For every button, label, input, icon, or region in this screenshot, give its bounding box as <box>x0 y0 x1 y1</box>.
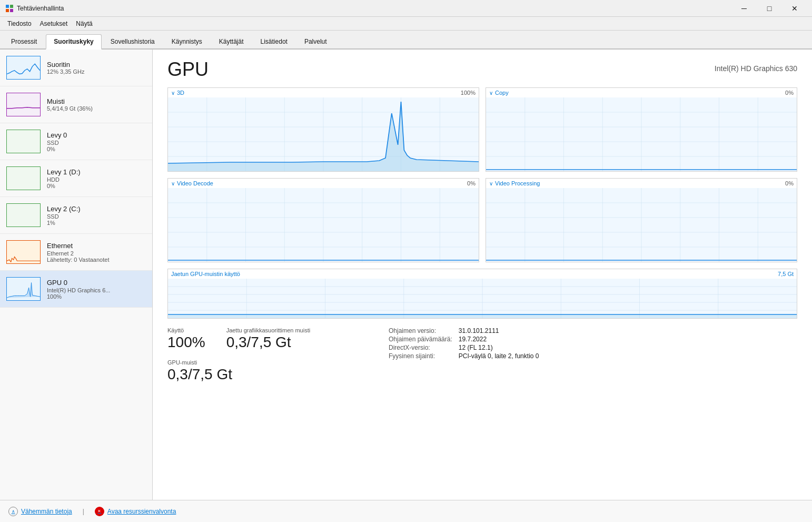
maximize-button[interactable]: □ <box>757 1 781 16</box>
svg-rect-5 <box>7 93 40 116</box>
svg-rect-9 <box>7 241 40 263</box>
stat-gpu-mem: GPU-muisti 0,3/7,5 Gt <box>167 359 368 383</box>
gpu-title: GPU <box>167 60 209 79</box>
title-bar-left: Tehtävienhallinta <box>5 4 64 13</box>
memory-chart-row: Jaetun GPU-muistin käyttö 7,5 Gt <box>167 269 797 319</box>
chart-3d-svg <box>168 97 479 171</box>
chart-3d-area <box>168 97 479 171</box>
bottom-bar: ∧ Vähemmän tietoja | ✕ Avaa resurssienva… <box>0 500 812 522</box>
chart-3d-title: 3D <box>177 90 184 96</box>
svg-rect-7 <box>7 167 40 190</box>
tab-kaynistys[interactable]: Käynnistys <box>164 34 210 48</box>
stats-info-row: Käyttö 100% Jaettu grafiikkasuorittimen … <box>167 327 797 383</box>
menu-asetukset[interactable]: Asetukset <box>36 19 72 28</box>
less-info-link[interactable]: ∧ Vähemmän tietoja <box>8 507 72 516</box>
stat-usage-value: 100% <box>167 334 205 351</box>
main-container: Suoritin 12% 3,35 GHz Muisti 5,4/14,9 Gt… <box>0 50 812 500</box>
stat-shared-mem-value: 0,3/7,5 Gt <box>226 334 311 351</box>
svg-rect-6 <box>7 130 40 153</box>
chart-vd-title: Video Decode <box>177 180 213 186</box>
info-directx-value: 12 (FL 12.1) <box>459 344 539 351</box>
chart-copy-label: ∨ Copy 0% <box>486 88 797 97</box>
sidebar-item-disk0[interactable]: Levy 0 SSD 0% <box>0 123 152 160</box>
memory-val: 5,4/14,9 Gt (36%) <box>47 105 146 112</box>
chart-3d-pct: 100% <box>461 90 476 96</box>
tab-palvelut[interactable]: Palvelut <box>296 34 335 48</box>
chart-vd-area <box>168 188 479 262</box>
disk1-info: Levy 1 (D:) HDD 0% <box>47 168 146 189</box>
disk1-sidebar-chart <box>6 166 41 190</box>
ethernet-sidebar-chart <box>6 240 41 264</box>
memory-sidebar-chart <box>6 93 41 116</box>
chevron-down-icon-3d: ∨ <box>171 90 175 96</box>
gpu0-val: 100% <box>47 293 146 300</box>
disk2-val: 1% <box>47 220 146 226</box>
chevron-up-icon: ∧ <box>8 507 18 516</box>
chart-vp-title: Video Processing <box>495 180 540 186</box>
disk1-val: 0% <box>47 183 146 189</box>
sidebar-item-ethernet[interactable]: Ethernet Ethernet 2 Lähetetty: 0 Vastaan… <box>0 234 152 271</box>
menu-tiedosto[interactable]: Tiedosto <box>3 19 36 28</box>
info-grid: Ohjaimen versio: 31.0.101.2111 Ohjaimen … <box>389 327 539 360</box>
info-driver-ver-value: 31.0.101.2111 <box>459 327 539 334</box>
info-directx-label: DirectX-versio: <box>389 344 452 351</box>
ethernet-val: Lähetetty: 0 Vastaanotet <box>47 257 146 263</box>
disk2-title: Levy 2 (C:) <box>47 205 146 213</box>
memory-info: Muisti 5,4/14,9 Gt (36%) <box>47 97 146 112</box>
content-area: GPU Intel(R) HD Graphics 630 ∨ 3D 100% <box>153 50 812 500</box>
stat-gpu-mem-value: 0,3/7,5 Gt <box>167 367 368 383</box>
stat-gpu-mem-label: GPU-muisti <box>167 359 368 366</box>
stats-left: Käyttö 100% Jaettu grafiikkasuorittimen … <box>167 327 368 383</box>
open-monitor-link[interactable]: ✕ Avaa resurssienvalvonta <box>95 507 176 516</box>
chart-vp-pct: 0% <box>785 180 794 186</box>
monitor-icon: ✕ <box>95 507 104 516</box>
memory-chart-area <box>168 279 797 318</box>
chevron-down-icon-vp: ∨ <box>489 181 493 186</box>
chart-copy-pct: 0% <box>785 90 794 96</box>
info-driver-ver-label: Ohjaimen versio: <box>389 327 452 334</box>
sidebar-item-memory[interactable]: Muisti 5,4/14,9 Gt (36%) <box>0 86 152 123</box>
svg-rect-1 <box>10 5 13 8</box>
close-button[interactable]: ✕ <box>783 1 807 16</box>
tab-sovellushistoria[interactable]: Sovellushistoria <box>103 34 163 48</box>
chart-video-decode: ∨ Video Decode 0% <box>167 178 479 262</box>
svg-rect-3 <box>10 9 13 12</box>
svg-rect-4 <box>7 56 40 79</box>
tab-lisatiedot[interactable]: Lisätiedot <box>253 34 295 48</box>
cpu-title: Suoritin <box>47 61 146 68</box>
stats-top: Käyttö 100% Jaettu grafiikkasuorittimen … <box>167 327 368 351</box>
tab-kayttajat[interactable]: Käyttäjät <box>211 34 252 48</box>
chevron-down-icon-copy: ∨ <box>489 90 493 96</box>
disk2-sub: SSD <box>47 213 146 220</box>
sidebar-item-disk1[interactable]: Levy 1 (D:) HDD 0% <box>0 160 152 197</box>
info-driver-date-label: Ohjaimen päivämäärä: <box>389 336 452 343</box>
memory-chart-title: Jaetun GPU-muistin käyttö <box>171 271 240 277</box>
chart-copy: ∨ Copy 0% <box>486 87 797 172</box>
sidebar: Suoritin 12% 3,35 GHz Muisti 5,4/14,9 Gt… <box>0 50 153 500</box>
sidebar-item-disk2[interactable]: Levy 2 (C:) SSD 1% <box>0 197 152 234</box>
disk0-sidebar-chart <box>6 130 41 153</box>
chart-vd-pct: 0% <box>467 180 476 186</box>
disk2-info: Levy 2 (C:) SSD 1% <box>47 205 146 226</box>
tab-prosessit[interactable]: Prosessit <box>3 34 45 48</box>
sidebar-item-gpu0[interactable]: GPU 0 Intel(R) HD Graphics 6... 100% <box>0 271 152 308</box>
gpu0-sidebar-chart <box>6 277 41 301</box>
open-monitor-label: Avaa resurssienvalvonta <box>107 508 176 515</box>
menu-nayta[interactable]: Näytä <box>72 19 96 28</box>
tab-suorituskyky[interactable]: Suorituskyky <box>46 34 101 50</box>
content-header: GPU Intel(R) HD Graphics 630 <box>167 60 797 79</box>
sidebar-item-cpu[interactable]: Suoritin 12% 3,35 GHz <box>0 50 152 86</box>
chart-vp-svg <box>486 188 797 262</box>
ethernet-title: Ethernet <box>47 242 146 250</box>
app-icon <box>5 4 14 13</box>
svg-rect-2 <box>6 9 9 12</box>
chevron-down-icon-vd: ∨ <box>171 181 175 186</box>
gpu0-title: GPU 0 <box>47 279 146 287</box>
less-info-label: Vähemmän tietoja <box>21 508 72 515</box>
minimize-button[interactable]: ─ <box>732 1 756 16</box>
cpu-sidebar-chart <box>6 56 41 80</box>
svg-marker-68 <box>168 314 797 318</box>
chart-vd-svg <box>168 188 479 262</box>
disk2-sidebar-chart <box>6 203 41 227</box>
ethernet-sub: Ethernet 2 <box>47 250 146 257</box>
